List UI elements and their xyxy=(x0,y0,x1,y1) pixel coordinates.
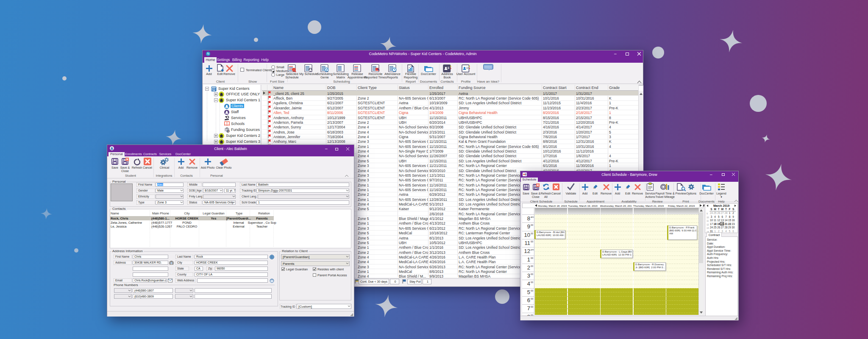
svg-text:$: $ xyxy=(227,130,229,133)
